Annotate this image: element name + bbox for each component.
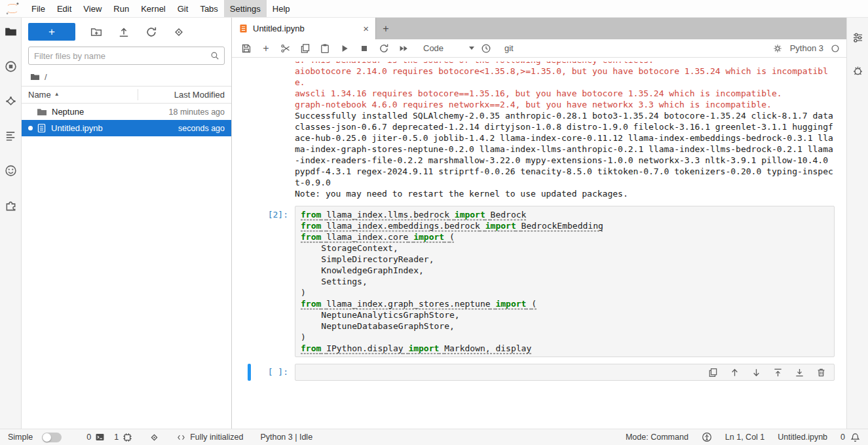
command-mode-indicator: Mode: Command xyxy=(626,433,689,442)
folder-icon xyxy=(37,107,47,117)
bell-icon xyxy=(850,433,860,442)
terminals-status[interactable]: 0 xyxy=(86,433,105,442)
copy-cells-icon[interactable] xyxy=(300,43,311,54)
kernel-running-dot xyxy=(28,126,33,130)
smiley-face-icon[interactable] xyxy=(4,164,17,177)
debugger-icon[interactable] xyxy=(851,64,864,77)
file-list: Neptune 18 minutes ago Untitled.ipynb se… xyxy=(22,104,231,429)
menubar: File Edit View Run Kernel Git Tabs Setti… xyxy=(0,0,868,18)
git-clone-icon[interactable] xyxy=(172,26,185,39)
empty-prompt: [ ]: xyxy=(248,364,295,381)
terminal-icon xyxy=(95,433,105,442)
kernel-name-button[interactable]: Python 3 xyxy=(790,43,823,53)
code-editor[interactable]: from llama_index.llms.bedrock import Bed… xyxy=(295,206,835,357)
file-browser-icon[interactable] xyxy=(4,25,17,38)
move-cell-down-icon[interactable] xyxy=(751,367,761,377)
simple-mode-toggle[interactable] xyxy=(42,433,62,442)
sort-ascending-icon: ▲ xyxy=(54,91,60,97)
extension-manager-icon[interactable] xyxy=(4,199,17,212)
selected-cell-bar[interactable] xyxy=(248,364,251,381)
insert-cell-icon[interactable]: + xyxy=(261,43,271,54)
empty-code-editor[interactable] xyxy=(295,364,835,381)
accessibility-icon[interactable] xyxy=(702,432,712,442)
restart-kernel-icon[interactable] xyxy=(379,43,389,54)
new-tab-button[interactable]: + xyxy=(376,18,396,39)
menu-run[interactable]: Run xyxy=(107,0,135,17)
restart-run-all-icon[interactable] xyxy=(398,43,409,54)
notifications-status[interactable]: 0 xyxy=(840,433,860,442)
kernel-idle-indicator xyxy=(831,44,840,53)
cell-type-dropdown[interactable]: Code xyxy=(423,43,474,53)
breadcrumb-root[interactable]: / xyxy=(45,72,47,82)
notebook-content[interactable]: ERROR: pip's dependency resolver does no… xyxy=(232,58,846,429)
column-last-modified[interactable]: Last Modified xyxy=(138,89,225,100)
cell-empty: [ ]: xyxy=(248,364,835,381)
output-prompt xyxy=(248,62,295,199)
notebook-toolbar: + xyxy=(232,39,846,58)
close-tab-icon[interactable]: × xyxy=(363,24,369,33)
tab-bar: Untitled.ipynb × + xyxy=(232,18,846,39)
notebook-file-icon xyxy=(37,123,47,133)
insert-cell-above-icon[interactable] xyxy=(772,367,783,377)
column-name[interactable]: Name ▲ xyxy=(28,90,138,100)
status-bar: Simple 0 1 Fully initialized Pytho xyxy=(0,429,868,445)
file-browser-toolbar: + xyxy=(22,18,231,45)
menu-tabs[interactable]: Tabs xyxy=(194,0,223,17)
cell-output-text: ERROR: pip's dependency resolver does no… xyxy=(295,62,835,199)
menu-edit[interactable]: Edit xyxy=(51,0,77,17)
filter-files-input[interactable] xyxy=(28,47,225,65)
chevron-down-icon xyxy=(469,47,474,50)
new-folder-icon[interactable] xyxy=(90,26,103,39)
menu-help[interactable]: Help xyxy=(267,0,296,17)
new-launcher-button[interactable]: + xyxy=(28,23,75,41)
interrupt-kernel-icon[interactable] xyxy=(359,43,369,54)
git-status-icon[interactable] xyxy=(149,433,159,442)
kernel-chip-icon xyxy=(123,433,132,442)
menu-file[interactable]: File xyxy=(26,0,51,17)
delete-cell-icon[interactable] xyxy=(816,367,826,377)
tab-untitled-ipynb[interactable]: Untitled.ipynb × xyxy=(232,18,376,39)
paste-cells-icon[interactable] xyxy=(320,43,330,54)
save-icon[interactable] xyxy=(241,43,252,54)
duplicate-cell-icon[interactable] xyxy=(708,367,718,377)
menu-settings[interactable]: Settings xyxy=(224,0,267,17)
code-brackets-icon xyxy=(176,433,186,442)
jupyterlab-app: File Edit View Run Kernel Git Tabs Setti… xyxy=(0,0,868,445)
menubar-items: File Edit View Run Kernel Git Tabs Setti… xyxy=(26,0,296,17)
kernels-status[interactable]: 1 xyxy=(114,433,132,442)
property-inspector-icon[interactable] xyxy=(851,31,864,44)
cell-toolbar xyxy=(708,367,834,377)
insert-cell-below-icon[interactable] xyxy=(794,367,804,377)
menu-git[interactable]: Git xyxy=(172,0,195,17)
upload-icon[interactable] xyxy=(117,26,130,39)
home-folder-icon[interactable] xyxy=(30,72,40,82)
tab-title: Untitled.ipynb xyxy=(253,24,358,33)
simple-mode-label: Simple xyxy=(8,433,33,442)
file-row-neptune[interactable]: Neptune 18 minutes ago xyxy=(22,104,231,120)
file-list-header: Name ▲ Last Modified xyxy=(22,86,231,104)
running-sessions-icon[interactable] xyxy=(4,60,17,73)
right-sidebar-strip xyxy=(846,18,868,429)
git-icon[interactable] xyxy=(4,94,17,107)
menu-kernel[interactable]: Kernel xyxy=(135,0,172,17)
run-cell-icon[interactable] xyxy=(339,43,350,54)
search-icon xyxy=(210,51,219,60)
cursor-position[interactable]: Ln 1, Col 1 xyxy=(725,433,764,442)
execution-prompt: [2]: xyxy=(248,206,295,357)
refresh-icon[interactable] xyxy=(145,26,158,39)
git-button[interactable]: git xyxy=(504,43,514,53)
breadcrumb: / xyxy=(22,68,231,86)
menu-view[interactable]: View xyxy=(77,0,107,17)
jupyter-logo xyxy=(0,0,26,17)
lsp-status[interactable]: Fully initialized xyxy=(176,433,243,442)
cell-output: ERROR: pip's dependency resolver does no… xyxy=(248,62,835,199)
clock-icon[interactable] xyxy=(481,43,491,54)
move-cell-up-icon[interactable] xyxy=(729,367,740,377)
file-browser-panel: + xyxy=(22,18,232,429)
gear-icon[interactable] xyxy=(772,43,783,54)
kernel-status-text[interactable]: Python 3 | Idle xyxy=(260,433,312,442)
file-row-untitled-ipynb[interactable]: Untitled.ipynb seconds ago xyxy=(22,120,231,136)
cell-code-2: [2]: from llama_index.llms.bedrock impor… xyxy=(248,206,835,357)
table-of-contents-icon[interactable] xyxy=(4,129,17,142)
cut-cells-icon[interactable] xyxy=(280,43,291,54)
